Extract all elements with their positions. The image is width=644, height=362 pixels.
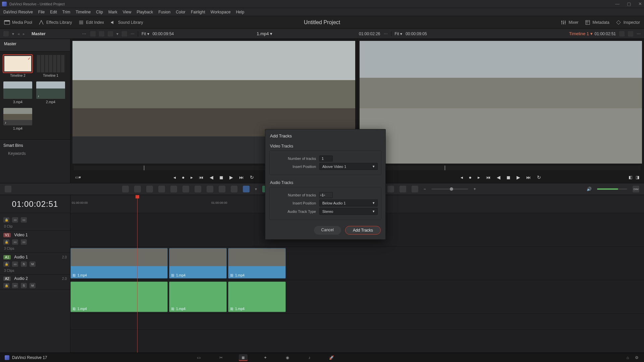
timeline-clip[interactable]: ⛓1.mp4 [228, 282, 286, 312]
loop-button[interactable]: ↻ [250, 175, 254, 180]
sound-library-toggle[interactable]: Sound Library [110, 19, 143, 25]
timeline-view-options-icon[interactable] [5, 186, 11, 192]
prev-edit-icon[interactable]: ◂ [173, 175, 176, 180]
auto-select-icon[interactable]: ▭ [12, 217, 18, 223]
stop-dot-icon[interactable]: ● [469, 175, 472, 180]
timeline-clip[interactable]: ⛓1.mp4 [169, 282, 227, 312]
overwrite-icon[interactable] [182, 186, 189, 192]
menu-view[interactable]: View [123, 10, 131, 14]
timeline-clip[interactable]: ⛓1.mp4 [228, 248, 286, 279]
loop-button[interactable]: ↻ [537, 175, 541, 180]
stop-button[interactable]: ◼ [219, 175, 223, 180]
deliver-page-icon[interactable]: 🚀 [327, 354, 336, 361]
track-header[interactable]: 🔒▭▭0 Clip [0, 213, 70, 231]
prev-frame-button[interactable]: ◀ [497, 175, 500, 180]
play-button[interactable]: ▶ [517, 175, 520, 180]
bypass-icon[interactable] [619, 31, 625, 37]
track-badge[interactable]: V1 [3, 233, 11, 237]
menu-trim[interactable]: Trim [62, 10, 70, 14]
timeline-timecode[interactable]: 01:00:02:51 [0, 195, 70, 213]
edit-index-toggle[interactable]: Edit Index [78, 19, 104, 25]
maximize-button[interactable]: ▢ [627, 1, 631, 6]
blade-tool-icon[interactable] [158, 186, 165, 192]
audio-pos-select[interactable]: Below Audio 1▾ [319, 199, 378, 206]
menu-fairlight[interactable]: Fairlight [191, 10, 205, 14]
play-button[interactable]: ▶ [229, 175, 233, 180]
menu-fusion[interactable]: Fusion [158, 10, 170, 14]
smart-bin-keywords[interactable]: Keywords [3, 151, 67, 156]
zoom-in-icon[interactable] [412, 186, 418, 192]
insert-icon[interactable] [170, 186, 177, 192]
prev-frame-button[interactable]: ◀ [210, 175, 213, 180]
disable-video-icon[interactable]: ▭ [21, 239, 27, 245]
video-num-input[interactable] [319, 156, 333, 162]
track-header[interactable]: A2Audio 22.0🔒▭SM [0, 275, 70, 290]
stop-button[interactable]: ◼ [506, 175, 511, 180]
track-row[interactable]: ⛓1.mp4⛓1.mp4⛓1.mp4 [70, 280, 644, 314]
timeline-name-dropdown[interactable]: Timeline 1 ▾ [569, 31, 593, 36]
first-frame-button[interactable]: ⏮ [199, 175, 204, 180]
dynamic-trim-icon[interactable] [146, 186, 153, 192]
lock-track-icon[interactable]: 🔒 [3, 283, 9, 288]
fusion-page-icon[interactable]: ✦ [261, 354, 270, 361]
home-icon[interactable]: ⌂ [627, 355, 629, 360]
menu-timeline[interactable]: Timeline [75, 10, 91, 14]
add-tracks-button[interactable]: Add Tracks [345, 226, 381, 235]
dim-button[interactable]: DIM [633, 186, 639, 192]
cancel-button[interactable]: Cancel [314, 226, 341, 235]
zoom-slider[interactable] [431, 188, 468, 190]
track-header[interactable]: V1Video 1🔒▭▭3 Clips [0, 231, 70, 253]
auto-select-icon[interactable]: ▭ [12, 261, 18, 267]
timeline-clip[interactable]: ⛓1.mp4 [70, 282, 168, 312]
list-view-icon[interactable] [99, 31, 104, 37]
trim-tool-icon[interactable] [134, 186, 141, 192]
flag-icon[interactable] [243, 186, 250, 192]
menu-davinci[interactable]: DaVinci Resolve [3, 10, 33, 14]
mute-button[interactable]: M [30, 283, 36, 288]
media-item-timeline-2[interactable]: ✓Timeline 2 [3, 55, 32, 77]
speaker-icon[interactable]: 🔊 [587, 187, 592, 191]
timeline-clip[interactable]: ⛓1.mp4 [169, 248, 227, 279]
timeline-scrub-bar[interactable] [361, 166, 641, 170]
menu-mark[interactable]: Mark [108, 10, 117, 14]
search-icon[interactable] [108, 31, 113, 37]
lock-track-icon[interactable]: 🔒 [3, 239, 9, 245]
menu-color[interactable]: Color [176, 10, 185, 14]
audio-type-select[interactable]: Stereo▾ [319, 208, 378, 215]
menu-help[interactable]: Help [236, 10, 244, 14]
timeline-viewer-image[interactable] [360, 41, 642, 164]
src-fit-dropdown[interactable]: Fit ▾ [142, 32, 149, 36]
effects-toggle[interactable]: Effects Library [38, 19, 72, 25]
auto-select-icon[interactable]: ▭ [12, 239, 18, 245]
volume-slider[interactable] [597, 188, 627, 190]
lock-track-icon[interactable]: 🔒 [3, 217, 9, 223]
bin-tree-root[interactable]: Master [0, 39, 70, 52]
menu-edit[interactable]: Edit [50, 10, 57, 14]
match-frame-icon[interactable]: ▭▾ [75, 175, 81, 180]
media-item-timeline-1[interactable]: Timeline 1 [36, 55, 65, 77]
bin-view-icon[interactable] [3, 31, 9, 37]
mark-out-icon[interactable]: ◨ [636, 175, 639, 180]
next-frame-button[interactable]: ⏭ [239, 175, 244, 180]
zoom-fit-icon[interactable] [399, 186, 406, 192]
lock-icon[interactable] [231, 186, 237, 192]
mute-button[interactable]: M [30, 261, 36, 267]
replace-icon[interactable] [195, 186, 201, 192]
metadata-toggle[interactable]: Metadata [585, 19, 609, 25]
track-header[interactable]: A1Audio 12.0🔒▭SM3 Clips [0, 253, 70, 275]
playhead[interactable] [137, 195, 138, 353]
tl-fit-dropdown[interactable]: Fit ▾ [395, 32, 402, 36]
mark-in-icon[interactable]: ◧ [629, 175, 632, 180]
menu-playback[interactable]: Playback [137, 10, 153, 14]
grid-view-icon[interactable] [90, 31, 96, 37]
media-item-2mp4[interactable]: ♪2.mp4 [36, 81, 65, 104]
link-icon[interactable] [219, 186, 225, 192]
zoom-out-icon[interactable] [387, 186, 394, 192]
track-row[interactable]: ⛓1.mp4⛓1.mp4⛓1.mp4 [70, 247, 644, 280]
media-page-icon[interactable]: ▭ [195, 354, 203, 361]
inspector-toggle[interactable]: Inspector [615, 19, 640, 25]
menu-file[interactable]: File [38, 10, 45, 14]
sort-icon[interactable] [122, 31, 127, 37]
next-edit-icon[interactable]: ▸ [191, 175, 193, 180]
next-frame-button[interactable]: ⏭ [526, 175, 531, 180]
